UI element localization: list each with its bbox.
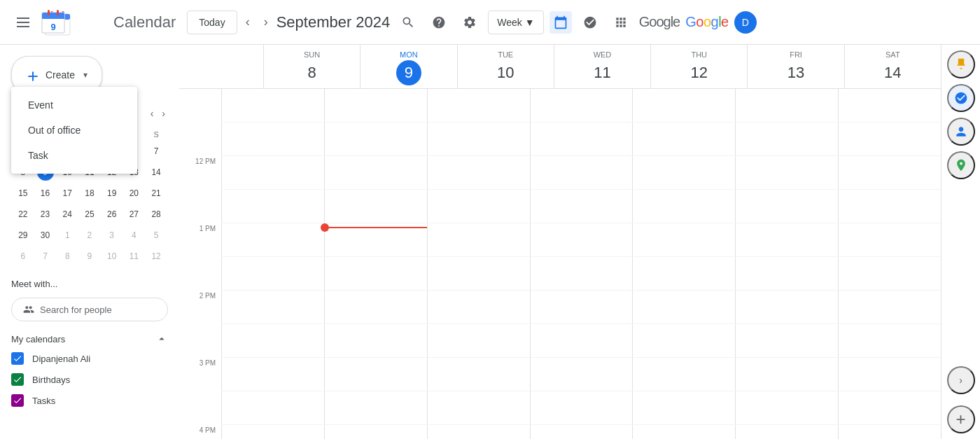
mini-cal-day[interactable]: 21 [146, 183, 167, 203]
hour-cell[interactable] [531, 425, 633, 439]
calendar-view-icon[interactable] [550, 11, 572, 34]
hour-cell[interactable] [736, 425, 838, 439]
hour-cell[interactable] [531, 123, 633, 156]
mini-cal-day[interactable]: 20 [124, 183, 145, 203]
hour-cell[interactable] [222, 89, 324, 123]
hour-cell[interactable] [736, 358, 838, 391]
mini-cal-day[interactable]: 6 [13, 246, 34, 266]
hour-cell[interactable] [633, 156, 735, 190]
dropdown-event[interactable]: Event [11, 92, 137, 118]
hour-cell[interactable] [325, 156, 427, 190]
mini-cal-day[interactable]: 7 [35, 246, 56, 266]
hour-cell[interactable] [428, 324, 530, 358]
hour-cell[interactable] [325, 391, 427, 425]
hour-cell[interactable] [325, 324, 427, 358]
hour-cell[interactable] [325, 190, 427, 223]
mini-cal-day[interactable]: 24 [57, 204, 78, 224]
hour-cell[interactable] [531, 156, 633, 190]
mini-cal-day[interactable]: 2 [79, 225, 100, 245]
day-col-sun[interactable] [221, 89, 324, 439]
hour-cell[interactable] [736, 324, 838, 358]
hour-cell[interactable] [736, 190, 838, 223]
mini-cal-prev[interactable]: ‹ [148, 105, 157, 122]
hour-cell[interactable] [428, 89, 530, 123]
hour-cell[interactable] [736, 156, 838, 190]
mini-cal-day[interactable]: 11 [124, 246, 145, 266]
hour-cell[interactable] [736, 89, 838, 123]
mini-cal-day[interactable]: 30 [35, 225, 56, 245]
hour-cell[interactable] [222, 324, 324, 358]
mini-cal-day[interactable]: 10 [102, 246, 122, 266]
hour-cell[interactable] [325, 257, 427, 291]
calendar-item-tasks[interactable]: Tasks [0, 390, 179, 411]
hour-cell[interactable] [633, 391, 735, 425]
mini-cal-day[interactable]: 15 [13, 183, 34, 203]
mini-cal-day[interactable]: 25 [79, 204, 100, 224]
mini-cal-day[interactable]: 18 [79, 183, 100, 203]
hour-cell[interactable] [222, 123, 324, 156]
hour-cell[interactable] [222, 190, 324, 223]
hour-cell[interactable] [222, 156, 324, 190]
chevron-expand-button[interactable]: › [947, 366, 975, 394]
contacts-button[interactable] [947, 118, 975, 146]
dropdown-task[interactable]: Task [11, 143, 137, 168]
hour-cell[interactable] [428, 257, 530, 291]
hour-cell[interactable] [633, 89, 735, 123]
mini-cal-day[interactable]: 1 [57, 225, 78, 245]
mini-cal-day[interactable]: 8 [57, 246, 78, 266]
hour-cell[interactable] [325, 425, 427, 439]
user-avatar[interactable]: D [734, 11, 757, 34]
hour-cell[interactable] [839, 190, 941, 223]
day-col-wed[interactable] [530, 89, 633, 439]
hour-cell[interactable] [325, 358, 427, 391]
mini-cal-day[interactable]: 27 [124, 204, 145, 224]
hour-cell[interactable] [325, 123, 427, 156]
tasks-button[interactable] [947, 84, 975, 112]
hour-cell[interactable] [839, 223, 941, 257]
hour-cell[interactable] [839, 324, 941, 358]
mini-cal-day[interactable]: 14 [146, 162, 167, 182]
add-button[interactable]: + [947, 405, 975, 433]
hour-cell[interactable] [531, 324, 633, 358]
hour-cell[interactable] [736, 291, 838, 324]
hour-cell[interactable] [839, 391, 941, 425]
hour-cell[interactable] [222, 391, 324, 425]
hour-cell[interactable] [428, 123, 530, 156]
hour-cell[interactable] [633, 223, 735, 257]
apps-button[interactable] [608, 10, 634, 35]
keep-button[interactable] [947, 50, 975, 78]
hour-cell[interactable] [839, 425, 941, 439]
day-col-tue[interactable] [427, 89, 530, 439]
calendar-item-birthdays[interactable]: Birthdays [0, 369, 179, 390]
hour-cell[interactable] [531, 291, 633, 324]
hour-cell[interactable] [428, 156, 530, 190]
hour-cell[interactable] [531, 257, 633, 291]
maps-button[interactable] [947, 151, 975, 179]
mini-cal-day[interactable]: 23 [35, 204, 56, 224]
day-col-thu[interactable] [632, 89, 735, 439]
menu-button[interactable] [11, 11, 35, 34]
mini-cal-day[interactable]: 4 [124, 225, 145, 245]
prev-button[interactable]: ‹ [240, 9, 255, 35]
search-people[interactable]: Search for people [11, 298, 168, 321]
hour-cell[interactable] [633, 257, 735, 291]
mini-cal-day[interactable]: 9 [79, 246, 100, 266]
hour-cell[interactable] [633, 123, 735, 156]
hour-cell[interactable] [325, 291, 427, 324]
hour-cell[interactable] [736, 123, 838, 156]
hour-cell[interactable] [633, 425, 735, 439]
mini-cal-day[interactable]: 29 [13, 225, 34, 245]
mini-cal-day[interactable]: 5 [146, 225, 167, 245]
mini-cal-day[interactable]: 17 [57, 183, 78, 203]
hour-cell[interactable] [428, 291, 530, 324]
day-col-fri[interactable] [735, 89, 838, 439]
hour-cell[interactable] [839, 123, 941, 156]
hour-cell[interactable] [222, 223, 324, 257]
hour-cell[interactable] [531, 358, 633, 391]
hour-cell[interactable] [531, 391, 633, 425]
mini-cal-day[interactable]: 19 [102, 183, 122, 203]
mini-cal-day[interactable]: 26 [102, 204, 122, 224]
hour-cell[interactable] [428, 190, 530, 223]
hour-cell[interactable] [222, 425, 324, 439]
hour-cell[interactable] [839, 156, 941, 190]
